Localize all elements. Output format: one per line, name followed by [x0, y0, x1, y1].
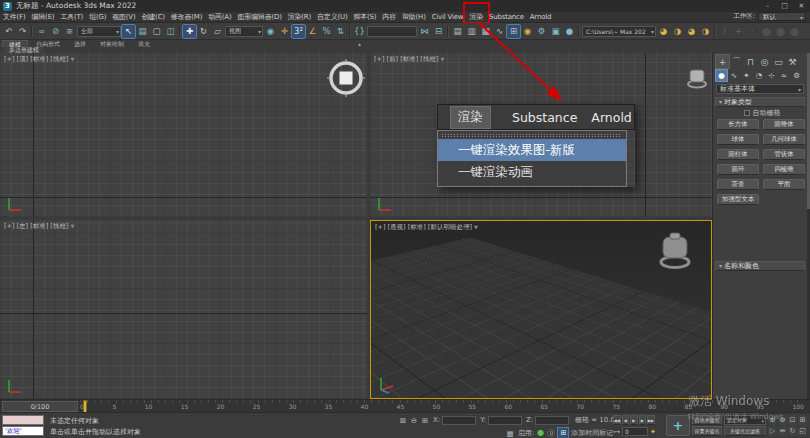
menu-item-one-click-render-animation[interactable]: 一键渲染动画	[438, 161, 626, 183]
auto-key-button[interactable]: 自动关键点	[692, 415, 722, 425]
snap-toggle-icon[interactable]: 3²	[292, 25, 305, 38]
pyramid-button[interactable]: 四棱锥	[763, 164, 805, 175]
pan-icon[interactable]: ⇹	[778, 426, 787, 436]
plugin-render-icon-4[interactable]: ◑	[699, 25, 712, 38]
reference-coordinate-dropdown[interactable]: 视图	[225, 26, 263, 37]
ribbon-minimize-icon[interactable]: ▴	[358, 40, 361, 47]
menu-content[interactable]: 内容	[379, 12, 399, 22]
plane-button[interactable]: 平面	[763, 179, 805, 190]
redo-icon[interactable]: ↷	[16, 25, 29, 38]
edit-named-selections-icon[interactable]: {}	[353, 25, 366, 38]
viewport-splitter-vertical[interactable]	[367, 53, 370, 399]
ribbon-tab-object-paint[interactable]: 对象绘制	[94, 40, 130, 47]
toolbar-separator[interactable]	[178, 25, 182, 38]
toolbar-separator[interactable]	[713, 25, 717, 38]
viewport-perspective-label[interactable]: [+] [透视] [标准] [默认明暗处理] ▼	[375, 223, 478, 232]
previous-frame-button[interactable]: ◀	[622, 415, 630, 425]
key-filters-button[interactable]: 关键点过滤器	[724, 426, 766, 436]
coordinate-field[interactable]: Y:	[480, 416, 522, 425]
menu-help[interactable]: 帮助(H)	[399, 12, 429, 22]
angle-snap-icon[interactable]: ∠	[306, 25, 319, 38]
zoom-all-icon[interactable]: ⊛	[778, 415, 787, 425]
viewport-top-label[interactable]: [+] [顶] [标准] [线框] ▼	[4, 55, 74, 64]
create-tab-icon[interactable]: +	[716, 55, 729, 68]
curve-editor-icon[interactable]: ∿	[493, 25, 506, 38]
select-by-name-icon[interactable]: ▤	[136, 25, 149, 38]
dim-slash-icon[interactable]: ∕	[718, 25, 731, 38]
rollout-object-type[interactable]: 对象类型	[715, 97, 805, 107]
isolate-selection-icon[interactable]: ⊠	[398, 415, 408, 425]
use-pivot-center-icon[interactable]: ◉	[264, 25, 277, 38]
teapot-button[interactable]: 茶壶	[717, 179, 759, 190]
menu-file[interactable]: 文件(F)	[0, 12, 29, 22]
close-button[interactable]: ✕	[793, 0, 810, 12]
go-to-end-button[interactable]: ▶▶	[647, 415, 655, 425]
zoom-extents-all-icon[interactable]: ⊞	[798, 415, 807, 425]
key-filter-dropdown[interactable]: 选定对象	[724, 415, 766, 425]
absolute-mode-icon[interactable]: ⊞	[420, 415, 430, 425]
dim-circle-icon-3[interactable]: ●	[788, 25, 801, 38]
plugin-render-icon-1[interactable]: ◕	[657, 25, 670, 38]
toolbar-separator[interactable]	[577, 25, 581, 38]
select-and-move-icon[interactable]: ✚	[183, 25, 196, 38]
rendered-frame-window-icon[interactable]: ▣	[549, 25, 562, 38]
menu-views[interactable]: 视图(V)	[109, 12, 138, 22]
viewport-splitter-horizontal[interactable]	[0, 217, 712, 220]
time-slider-handle[interactable]: 0/100	[2, 401, 78, 412]
macro-recorder-field[interactable]	[2, 415, 44, 425]
schematic-view-icon[interactable]: ⊞	[507, 25, 520, 38]
menu-graph-editors[interactable]: 图形编辑器(D)	[234, 12, 284, 22]
select-and-manipulate-icon[interactable]: ✛	[278, 25, 291, 38]
toolbar-separator[interactable]	[446, 25, 450, 38]
cone-button[interactable]: 圆锥体	[763, 119, 805, 130]
zoom-extents-icon[interactable]: ⊡	[788, 415, 797, 425]
sphere-button[interactable]: 球体	[717, 134, 759, 145]
menu-customize[interactable]: 自定义(U)	[314, 12, 350, 22]
menu-rendering[interactable]: 渲染(R)	[285, 12, 314, 22]
viewport-front-label[interactable]: [+] [前] [标准] [线框] ▼	[374, 55, 444, 64]
render-setup-icon[interactable]: ⚙	[535, 25, 548, 38]
menu-arnold[interactable]: Arnold	[527, 13, 554, 21]
box-button[interactable]: 长方体	[717, 119, 759, 130]
display-tab-icon[interactable]: ▭	[772, 55, 785, 68]
percent-snap-icon[interactable]: %	[320, 25, 333, 38]
selection-lock-icon[interactable]: ⊖	[409, 415, 419, 425]
select-and-rotate-icon[interactable]: ↻	[197, 25, 210, 38]
lights-category-icon[interactable]: ✦	[741, 70, 752, 81]
next-frame-button[interactable]: ▶	[639, 415, 647, 425]
viewport-perspective[interactable]: [+] [透视] [标准] [默认明暗处理] ▼	[370, 220, 712, 399]
dim-circle-icon-1[interactable]: ●	[760, 25, 773, 38]
current-frame-field[interactable]: 0	[622, 427, 648, 436]
ribbon-tab-populate[interactable]: 填充	[132, 40, 156, 47]
select-object-icon[interactable]: ↖	[122, 25, 135, 38]
dim-dot-icon[interactable]: ·	[746, 25, 759, 38]
coordinate-field[interactable]: Z:	[526, 416, 569, 425]
workspace-dropdown[interactable]: 默认	[758, 12, 806, 21]
utilities-tab-icon[interactable]: ⚒	[786, 55, 799, 68]
cameras-category-icon[interactable]: ◔	[754, 70, 765, 81]
render-production-icon[interactable]: ●	[563, 25, 576, 38]
motion-tab-icon[interactable]: ◎	[758, 55, 771, 68]
teapot-object-front-view[interactable]	[684, 66, 710, 90]
mirror-icon[interactable]: ⋈	[418, 25, 431, 38]
spinner-snap-icon[interactable]: ⇅	[334, 25, 347, 38]
menu-scripting[interactable]: 脚本(S)	[350, 12, 379, 22]
teapot-object-top-view[interactable]	[325, 57, 367, 99]
bind-to-spacewarp-icon[interactable]: ≋	[63, 25, 76, 38]
orbit-icon[interactable]: ↻	[788, 426, 797, 436]
rollout-name-and-color[interactable]: 名称和颜色	[715, 261, 805, 271]
menu-render-plugin[interactable]: 渲染	[466, 12, 486, 22]
toggle-layer-explorer-icon[interactable]: ▥	[465, 25, 478, 38]
inset-menu-arnold[interactable]: Arnold	[584, 108, 635, 127]
menu-edit[interactable]: 编辑(E)	[29, 12, 58, 22]
maximize-viewport-icon[interactable]: ◱	[798, 426, 807, 436]
key-mode-icon[interactable]: ✦	[650, 428, 656, 436]
menu-civil-view[interactable]: Civil View	[429, 13, 467, 21]
project-path-dropdown[interactable]: C:\Users\~ Max 2022	[582, 26, 656, 37]
named-selection-field[interactable]	[367, 26, 417, 37]
unlink-selection-icon[interactable]: ⊘	[49, 25, 62, 38]
geosphere-button[interactable]: 几何球体	[763, 134, 805, 145]
selection-filter-dropdown[interactable]: 全部	[77, 26, 121, 37]
maxscript-listener-field[interactable]: '欢迎'	[2, 426, 44, 436]
window-crossing-icon[interactable]: ◫	[164, 25, 177, 38]
